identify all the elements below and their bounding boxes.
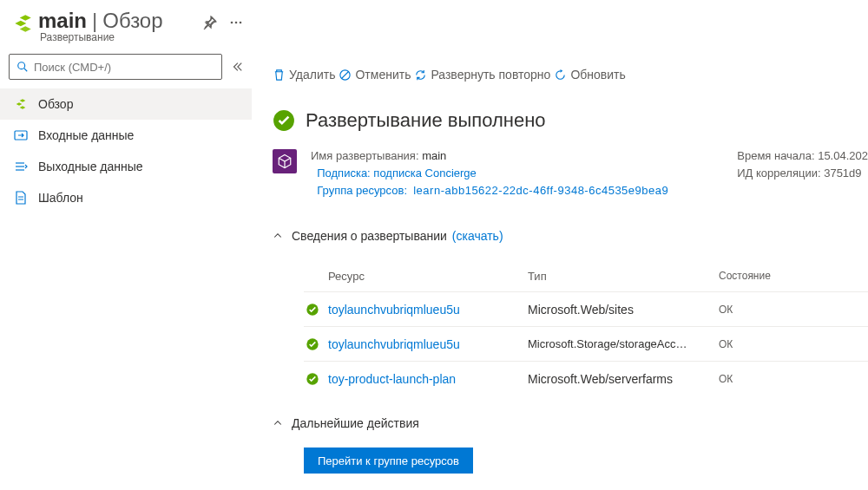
table-header: Ресурс Тип Состояние <box>304 260 868 291</box>
deployment-table: Ресурс Тип Состояние toylaunchvubriqmlue… <box>304 260 868 395</box>
deployment-icon <box>7 9 38 35</box>
resource-group-label: Группа ресурсов: <box>317 182 407 199</box>
header: main | Обзор Развертывание <box>0 0 868 47</box>
col-resource-header: Ресурс <box>304 270 528 283</box>
toolbar: Удалить Отменить Развернуть повторно Обн… <box>273 59 868 90</box>
sidebar-item-overview[interactable]: Обзор <box>0 88 252 120</box>
resource-type: Microsoft.Web/sites <box>528 303 719 317</box>
svg-line-12 <box>342 71 349 78</box>
chevron-up-icon <box>273 231 283 241</box>
search-input[interactable] <box>34 61 214 74</box>
correlation-id-label: ИД корреляции: <box>737 165 820 182</box>
deployment-name-value: main <box>422 147 446 165</box>
outputs-icon <box>14 160 28 173</box>
chevron-up-icon <box>273 418 283 428</box>
sidebar-item-label: Выходные данные <box>38 160 143 173</box>
template-icon <box>14 191 28 205</box>
cubes-icon <box>14 97 28 111</box>
collapse-sidebar-icon[interactable] <box>231 61 243 73</box>
status-row: Развертывание выполнено <box>273 109 868 132</box>
resource-state: ОК <box>719 304 823 316</box>
success-icon <box>304 303 328 317</box>
deployment-name-label: Имя развертывания: <box>311 147 419 165</box>
download-link[interactable]: (скачать) <box>452 229 503 243</box>
sidebar-item-inputs[interactable]: Входные данные <box>0 120 252 151</box>
content: Удалить Отменить Развернуть повторно Обн… <box>252 47 868 487</box>
subscription-label: Подписка: <box>317 165 371 182</box>
sidebar-item-label: Входные данные <box>38 128 134 142</box>
resource-type-label: Развертывание <box>40 31 163 43</box>
search-icon <box>16 61 29 73</box>
start-time-value: 15.04.202 <box>818 147 868 165</box>
pin-icon[interactable] <box>203 16 217 29</box>
resource-type: Microsoft.Storage/storageAcc… <box>528 337 719 350</box>
page-title: Обзор <box>102 9 162 33</box>
title-separator: | <box>92 9 97 33</box>
resource-link[interactable]: toy-product-launch-plan <box>328 372 528 386</box>
details-header[interactable]: Сведения о развертывании (скачать) <box>273 220 868 252</box>
sidebar-item-outputs[interactable]: Выходные данные <box>0 151 252 182</box>
svg-line-4 <box>24 69 28 72</box>
redeploy-button[interactable]: Развернуть повторно <box>414 68 550 82</box>
resource-group-link[interactable]: learn-abb15622-22dc-46ff-9348-6c4535e9be… <box>413 182 668 199</box>
resource-type: Microsoft.Web/serverfarms <box>528 372 719 386</box>
success-icon <box>273 109 295 132</box>
go-to-resource-group-button[interactable]: Перейти к группе ресурсов <box>304 448 473 474</box>
success-icon <box>304 337 328 351</box>
svg-point-3 <box>18 62 25 69</box>
sidebar-item-label: Обзор <box>38 97 73 111</box>
cancel-icon <box>339 69 352 82</box>
table-row: toylaunchvubriqmlueu5u Microsoft.Storage… <box>304 326 868 361</box>
refresh-button[interactable]: Обновить <box>554 68 625 82</box>
table-row: toy-product-launch-plan Microsoft.Web/se… <box>304 361 868 395</box>
start-time-label: Время начала: <box>737 147 814 165</box>
resource-link[interactable]: toylaunchvubriqmlueu5u <box>328 303 528 317</box>
search-input-wrapper[interactable] <box>9 54 222 80</box>
col-type-header: Тип <box>528 270 719 283</box>
svg-point-2 <box>239 22 241 24</box>
package-icon <box>273 149 297 173</box>
resource-state: ОК <box>719 338 823 350</box>
correlation-id-value: 3751d9 <box>824 165 861 182</box>
next-steps-title: Дальнейшие действия <box>292 416 419 430</box>
success-icon <box>304 372 328 386</box>
subscription-link[interactable]: подписка Concierge <box>373 165 476 182</box>
inputs-icon <box>14 128 28 142</box>
sidebar-item-template[interactable]: Шаблон <box>0 182 252 213</box>
trash-icon <box>273 69 286 82</box>
refresh-icon <box>554 69 567 82</box>
resource-link[interactable]: toylaunchvubriqmlueu5u <box>328 337 528 351</box>
details-title: Сведения о развертывании <box>292 229 447 243</box>
svg-point-0 <box>230 22 233 24</box>
svg-point-1 <box>234 22 237 24</box>
next-steps-header[interactable]: Дальнейшие действия <box>273 408 868 439</box>
redeploy-icon <box>414 69 427 82</box>
sidebar: Обзор Входные данные Выходные данные Шаб… <box>0 47 252 487</box>
deployment-name: main <box>38 9 87 33</box>
cancel-button[interactable]: Отменить <box>339 68 411 82</box>
table-row: toylaunchvubriqmlueu5u Microsoft.Web/sit… <box>304 291 868 326</box>
summary: Имя развертывания: main Подписка: подпис… <box>273 147 868 199</box>
resource-state: ОК <box>719 373 823 385</box>
more-icon[interactable] <box>229 16 243 29</box>
col-state-header: Состояние <box>719 270 823 282</box>
sidebar-item-label: Шаблон <box>38 191 83 205</box>
delete-button[interactable]: Удалить <box>273 68 335 82</box>
status-title: Развертывание выполнено <box>306 109 546 132</box>
